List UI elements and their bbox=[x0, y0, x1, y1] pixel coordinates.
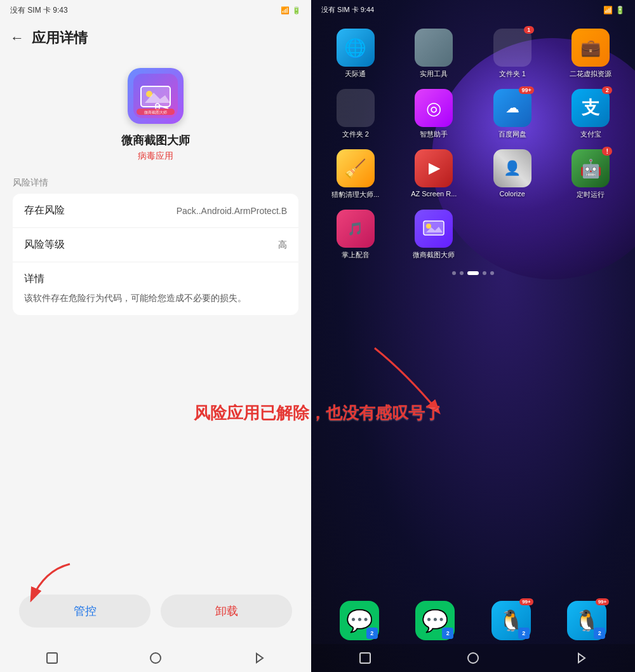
app-folder1[interactable]: 1 文件夹 1 bbox=[478, 29, 547, 79]
erhua-label: 二花虚拟资源 bbox=[570, 69, 612, 79]
app-name: 微商截图大师 bbox=[121, 133, 190, 148]
qq1-badge: 99+ bbox=[519, 598, 533, 605]
svg-marker-11 bbox=[257, 654, 263, 662]
left-status-time: 没有 SIM 卡 9:43 bbox=[10, 5, 68, 16]
zhifubao-icon: 支 2 bbox=[572, 89, 610, 127]
timer-label: 定时运行 bbox=[577, 190, 605, 199]
qq1-icon: 🐧 99+ 2 bbox=[491, 601, 531, 640]
left-phone: 没有 SIM 卡 9:43 📶 🔋 ← 应用详情 bbox=[0, 0, 311, 672]
app-zhihui[interactable]: ◎ 智慧助手 bbox=[400, 89, 469, 139]
uninstall-button[interactable]: 卸载 bbox=[161, 595, 292, 628]
right-nav-triangle[interactable] bbox=[573, 650, 589, 666]
svg-text:微商截图大师: 微商截图大师 bbox=[144, 110, 167, 114]
folder1-badge: 1 bbox=[524, 26, 534, 34]
zhifubao-label: 支付宝 bbox=[580, 130, 601, 139]
tianji-label: 天际通 bbox=[345, 69, 366, 79]
risk-detail-text: 该软件存在危险行为代码，可能给您造成不必要的损失。 bbox=[24, 291, 287, 305]
baidu-icon: ☁ 99+ bbox=[493, 89, 531, 127]
risk-detail: 详情 该软件存在危险行为代码，可能给您造成不必要的损失。 bbox=[13, 262, 298, 315]
svg-point-10 bbox=[150, 653, 161, 663]
dock-wechat1[interactable]: 💬 2 bbox=[340, 601, 379, 640]
app-erhua[interactable]: 💼 二花虚拟资源 bbox=[557, 29, 625, 79]
svg-marker-18 bbox=[578, 654, 585, 662]
left-status-icons: 📶 🔋 bbox=[281, 6, 301, 15]
risk-level-value: 高 bbox=[278, 239, 287, 251]
app-colorize[interactable]: 👤 Colorize bbox=[478, 149, 547, 199]
colorize-label: Colorize bbox=[500, 190, 525, 198]
app-timer[interactable]: 🤖 ! 定时运行 bbox=[557, 149, 625, 199]
erhua-icon: 💼 bbox=[572, 29, 610, 67]
svg-point-17 bbox=[468, 653, 478, 663]
dock-wechat2[interactable]: 💬 2 bbox=[415, 601, 455, 640]
page-title: 应用详情 bbox=[32, 29, 88, 48]
risk-card: 存在风险 Pack..Android.ArmProtect.B 风险等级 高 详… bbox=[13, 194, 298, 315]
app-baidu[interactable]: ☁ 99+ 百度网盘 bbox=[478, 89, 547, 139]
right-nav-circle[interactable] bbox=[465, 650, 481, 666]
timer-icon: 🤖 ! bbox=[572, 149, 610, 187]
timer-badge: ! bbox=[602, 147, 612, 156]
tools-label: 实用工具 bbox=[420, 69, 448, 79]
dock-qq2[interactable]: 🐧 99+ 2 bbox=[567, 601, 606, 640]
svg-rect-16 bbox=[360, 653, 370, 663]
dot-4 bbox=[483, 271, 486, 275]
leopard-label: 猎豹清理大师... bbox=[331, 190, 379, 199]
folder1-icon: 1 bbox=[493, 29, 531, 67]
app-weishang[interactable]: 微商截图大师 bbox=[400, 210, 469, 260]
dot-2 bbox=[460, 271, 464, 275]
manage-button[interactable]: 管控 bbox=[19, 595, 150, 628]
app-tianji[interactable]: 🌐 天际通 bbox=[321, 29, 390, 79]
right-status-bar: 没有 SIM 卡 9:44 📶 🔋 bbox=[311, 0, 635, 20]
right-nav-square[interactable] bbox=[358, 650, 373, 666]
app-zhifubao[interactable]: 支 2 支付宝 bbox=[557, 89, 625, 139]
colorize-icon: 👤 bbox=[493, 149, 531, 187]
app-leopard[interactable]: 🧹 猎豹清理大师... bbox=[321, 149, 390, 199]
baidu-label: 百度网盘 bbox=[498, 130, 526, 139]
zhifubao-badge: 2 bbox=[602, 86, 612, 94]
nav-square-icon[interactable] bbox=[44, 650, 60, 666]
azscreen-label: AZ Screen R... bbox=[411, 190, 457, 198]
folder1-label: 文件夹 1 bbox=[499, 69, 526, 79]
baidu-badge: 99+ bbox=[519, 86, 533, 94]
bottom-buttons: 管控 卸载 bbox=[0, 584, 311, 640]
qq2-badge: 99+ bbox=[596, 598, 610, 605]
risk-type-value: Pack..Android.ArmProtect.B bbox=[177, 206, 287, 216]
wenzi-label: 掌上配音 bbox=[342, 250, 370, 260]
wenzi-icon: 🎵 bbox=[337, 210, 375, 248]
zhihui-icon: ◎ bbox=[415, 89, 453, 127]
right-phone-nav bbox=[311, 644, 635, 672]
risk-type-label: 存在风险 bbox=[24, 204, 65, 217]
back-button[interactable]: ← bbox=[10, 30, 24, 46]
dot-5 bbox=[490, 271, 494, 275]
app-icon: 微商截图大师 bbox=[128, 68, 184, 124]
nav-circle-icon[interactable] bbox=[148, 650, 163, 666]
risk-section-title: 风险详情 bbox=[13, 177, 298, 189]
right-status-time: 没有 SIM 卡 9:44 bbox=[321, 5, 374, 15]
qq2-icon: 🐧 99+ 2 bbox=[567, 601, 606, 640]
risk-row-type: 存在风险 Pack..Android.ArmProtect.B bbox=[13, 194, 298, 228]
svg-rect-9 bbox=[47, 653, 57, 663]
wechat1-icon: 💬 2 bbox=[340, 601, 379, 640]
tools-icon bbox=[415, 29, 453, 67]
svg-rect-13 bbox=[424, 221, 444, 235]
empty-slot-1 bbox=[478, 210, 547, 260]
azscreen-icon: ▶ bbox=[415, 149, 453, 187]
wechat2-icon: 💬 2 bbox=[415, 601, 455, 640]
app-wenzi[interactable]: 🎵 掌上配音 bbox=[321, 210, 390, 260]
page-indicator bbox=[311, 271, 635, 275]
left-status-bar: 没有 SIM 卡 9:43 📶 🔋 bbox=[0, 0, 311, 21]
dot-1 bbox=[452, 271, 456, 275]
nav-triangle-icon[interactable] bbox=[251, 650, 267, 666]
app-azscreen[interactable]: ▶ AZ Screen R... bbox=[400, 149, 469, 199]
weishang-icon bbox=[415, 210, 453, 248]
left-phone-nav bbox=[0, 644, 311, 672]
zhihui-label: 智慧助手 bbox=[420, 130, 448, 139]
right-status-icons: 📶 🔋 bbox=[603, 6, 625, 15]
app-tools[interactable]: 实用工具 bbox=[400, 29, 469, 79]
risk-level-label: 风险等级 bbox=[24, 238, 65, 252]
risk-section: 风险详情 存在风险 Pack..Android.ArmProtect.B 风险等… bbox=[0, 177, 311, 315]
risk-detail-title: 详情 bbox=[24, 272, 287, 286]
app-folder2[interactable]: 文件夹 2 bbox=[321, 89, 390, 139]
risk-row-level: 风险等级 高 bbox=[13, 228, 298, 262]
app-grid: 🌐 天际通 实用工具 1 文件夹 1 💼 bbox=[311, 22, 635, 266]
dock-qq1[interactable]: 🐧 99+ 2 bbox=[491, 601, 531, 640]
